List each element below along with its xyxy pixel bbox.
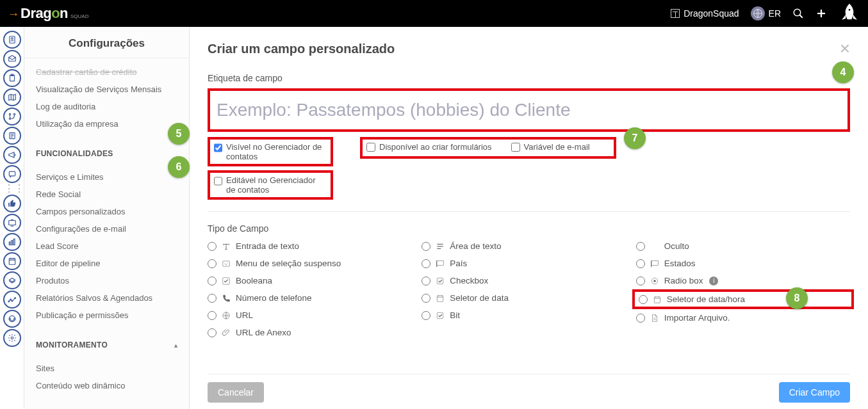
sidebar-item[interactable]: Rede Social	[24, 186, 189, 203]
close-icon[interactable]: ×	[840, 38, 850, 59]
collapse-arrow-icon: ▴	[174, 342, 177, 349]
rocket-icon[interactable]	[839, 3, 860, 24]
sidebar-item[interactable]: Campos personalizados	[24, 203, 189, 220]
attach-icon	[222, 328, 231, 337]
field-type-option[interactable]: URL	[208, 309, 422, 321]
iconbar-gear-icon[interactable]	[3, 329, 21, 347]
field-type-option[interactable]: Importar Arquivo.	[636, 312, 850, 324]
checkbox-forms[interactable]: Disponível ao criar formulários	[366, 142, 492, 152]
iconbar-contacts-icon[interactable]	[3, 31, 21, 49]
iconbar-chart-icon[interactable]	[3, 233, 21, 251]
field-type-radio[interactable]	[208, 259, 217, 268]
iconbar-form-icon[interactable]	[3, 127, 21, 145]
sidebar-item[interactable]: Lead Score	[24, 237, 189, 255]
iconbar-calendar-icon[interactable]	[3, 252, 21, 270]
user-menu[interactable]: ER	[751, 6, 781, 20]
sidebar-section-func[interactable]: FUNCIONALIDADES	[24, 138, 189, 163]
field-type-radio[interactable]	[639, 295, 648, 304]
iconbar-thumbs-icon[interactable]	[3, 195, 21, 213]
field-type-option[interactable]: Menu de seleção suspenso	[208, 257, 422, 269]
field-type-radio[interactable]	[422, 311, 430, 320]
iconbar-support-icon[interactable]	[3, 310, 21, 328]
sidebar-item[interactable]: Visualização de Serviços Mensais	[24, 81, 189, 98]
field-type-option[interactable]: Booleana	[208, 275, 422, 287]
plus-icon[interactable]	[815, 8, 827, 19]
checkbox-editable[interactable]: Editável no Gerenciador de contatos	[214, 175, 327, 195]
field-type-radio[interactable]	[208, 311, 217, 320]
sidebar-item[interactable]: Serviços e Limites	[24, 168, 189, 186]
highlight-box-7: Disponível ao criar formulários Variável…	[360, 137, 616, 159]
iconbar-megaphone-icon[interactable]	[3, 146, 21, 164]
iconbar-clipboard-icon[interactable]	[3, 69, 21, 87]
field-type-label: URL	[236, 310, 253, 320]
info-icon[interactable]: i	[709, 277, 718, 285]
field-type-option[interactable]: País	[422, 257, 635, 269]
iconbar-map-icon[interactable]	[3, 88, 21, 106]
svg-rect-44	[438, 295, 443, 301]
sidebar-item[interactable]: Sites	[24, 360, 189, 377]
iconbar-analytics-icon[interactable]	[3, 291, 21, 309]
field-type-radio[interactable]	[422, 294, 430, 303]
checkbox-emailvar-input[interactable]	[511, 143, 520, 152]
field-type-option[interactable]: Entrada de texto	[208, 240, 422, 252]
field-type-label: Seletor de data	[450, 293, 509, 303]
sidebar-section-mon[interactable]: MONITORAMENTO ▴	[24, 329, 189, 355]
field-type-option[interactable]: URL de Anexo	[208, 326, 422, 339]
field-type-radio[interactable]	[208, 242, 217, 251]
lines-icon	[436, 242, 445, 251]
checkbox-editable-input[interactable]	[214, 177, 222, 186]
field-type-radio[interactable]	[208, 294, 217, 303]
search-icon[interactable]	[792, 8, 804, 19]
sidebar-item[interactable]: Utilização da empresa	[24, 115, 189, 132]
field-type-option[interactable]: Checkbox	[422, 275, 635, 287]
field-type-radio[interactable]	[636, 277, 645, 285]
org-switcher[interactable]: DragonSquad	[671, 8, 739, 19]
iconbar-tv-icon[interactable]	[3, 214, 21, 232]
field-type-option[interactable]: Número de telefone	[208, 292, 422, 304]
field-type-radio[interactable]	[208, 277, 217, 285]
svg-point-30	[14, 298, 15, 299]
cancel-button[interactable]: Cancelar	[208, 382, 264, 403]
field-type-radio[interactable]	[208, 328, 217, 337]
dropdown-icon	[222, 259, 231, 268]
field-type-radio[interactable]	[636, 314, 645, 323]
field-type-label: Área de texto	[450, 241, 501, 251]
field-type-option[interactable]: Oculto	[636, 240, 850, 252]
checkbox-visible-input[interactable]	[214, 143, 222, 152]
sidebar-item[interactable]: Log de auditoria	[24, 98, 189, 115]
sidebar-item[interactable]: Editor de pipeline	[24, 255, 189, 272]
sidebar-item[interactable]: Relatórios Salvos & Agendados	[24, 289, 189, 307]
logo[interactable]: → Dragon SQUAD	[8, 5, 88, 22]
sidebar-item[interactable]: Cadastrar cartão de crédito	[24, 63, 189, 81]
checkbox-visible[interactable]: Visível no Gerenciador de contatos	[214, 142, 327, 161]
iconbar-money-icon[interactable]	[3, 271, 21, 289]
checkbox-forms-input[interactable]	[366, 143, 375, 152]
field-type-radio[interactable]	[636, 259, 645, 268]
field-type-option[interactable]: Seletor de data/hora	[632, 289, 854, 309]
field-type-label: Booleana	[236, 276, 272, 285]
submit-button[interactable]: Criar Campo	[779, 382, 850, 403]
sidebar-title: Configurações	[24, 27, 189, 58]
drag-handle-icon[interactable]: ⋮⋮	[4, 187, 24, 191]
iconbar-chat-icon[interactable]	[3, 165, 21, 183]
divider	[208, 211, 850, 212]
field-type-option[interactable]: Radio boxi	[636, 275, 850, 287]
field-type-option[interactable]: Seletor de data	[422, 292, 635, 304]
sidebar-item[interactable]: Conteúdo web dinâmico	[24, 377, 189, 394]
field-type-radio[interactable]	[636, 242, 645, 251]
sidebar-item[interactable]: Publicação e permissões	[24, 307, 189, 324]
iconbar-mail-icon[interactable]	[3, 50, 21, 68]
sidebar-item[interactable]: Produtos	[24, 272, 189, 289]
iconbar-branch-icon[interactable]	[3, 108, 21, 125]
field-type-radio[interactable]	[422, 242, 430, 251]
checkbox-emailvar[interactable]: Variável de e-mail	[511, 142, 590, 152]
svg-rect-32	[9, 318, 10, 320]
field-type-option[interactable]: Bit	[422, 309, 635, 321]
field-type-radio[interactable]	[422, 277, 430, 285]
field-type-radio[interactable]	[422, 259, 430, 268]
sidebar-item[interactable]: Configurações de e-mail	[24, 220, 189, 237]
svg-rect-49	[651, 261, 658, 265]
field-label-input[interactable]	[210, 91, 848, 129]
field-type-option[interactable]: Estados	[636, 257, 850, 269]
field-type-option[interactable]: Área de texto	[422, 240, 635, 252]
